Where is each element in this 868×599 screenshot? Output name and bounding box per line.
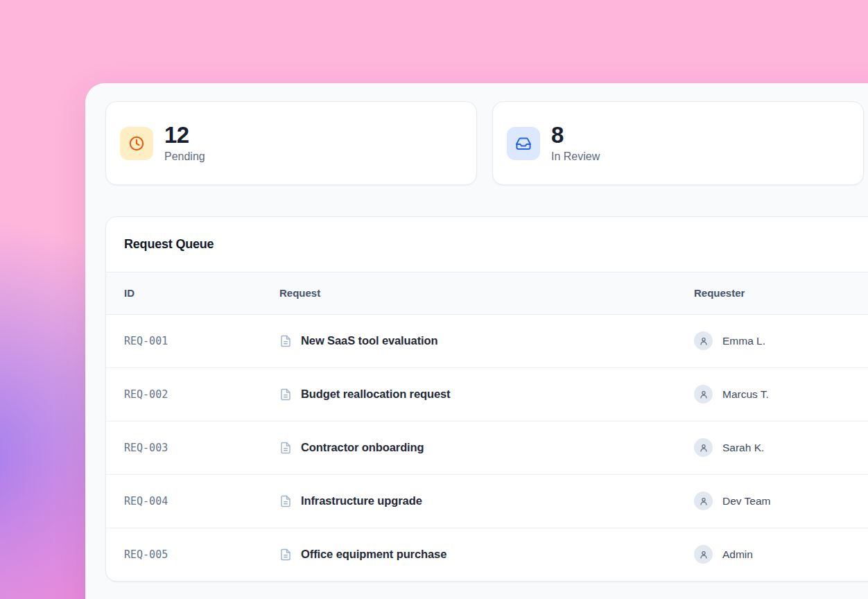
panel-content: 12 Pending 8 In Review Request Queue bbox=[85, 83, 868, 599]
stat-value-in-review: 8 bbox=[551, 123, 600, 148]
stat-value-pending: 12 bbox=[164, 123, 205, 148]
table-row[interactable]: REQ-004 Infrastructure upgrade Dev Team bbox=[106, 474, 868, 528]
stat-label-pending: Pending bbox=[164, 150, 205, 163]
table-header-row: ID Request Requester bbox=[106, 272, 868, 314]
stat-label-in-review: In Review bbox=[551, 150, 600, 163]
avatar bbox=[694, 545, 713, 564]
requester-name: Admin bbox=[722, 548, 753, 561]
stat-text: 12 Pending bbox=[164, 123, 205, 164]
stat-card-in-review: 8 In Review bbox=[492, 101, 864, 185]
request-title: Budget reallocation request bbox=[301, 388, 451, 401]
column-header-id: ID bbox=[106, 272, 279, 314]
requester-cell: Marcus T. bbox=[694, 385, 868, 403]
document-icon bbox=[279, 495, 292, 507]
request-id: REQ-001 bbox=[106, 314, 279, 367]
requester-cell: Sarah K. bbox=[694, 438, 868, 457]
requester-name: Emma L. bbox=[722, 335, 765, 347]
request-title-cell: New SaaS tool evaluation bbox=[279, 334, 694, 347]
request-title: Office equipment purchase bbox=[301, 548, 446, 561]
request-queue-title: Request Queue bbox=[106, 217, 868, 272]
request-title-cell: Office equipment purchase bbox=[279, 548, 694, 561]
requester-cell: Emma L. bbox=[694, 331, 868, 350]
avatar bbox=[694, 492, 713, 510]
avatar bbox=[694, 331, 713, 350]
requester-name: Sarah K. bbox=[722, 442, 764, 454]
table-row[interactable]: REQ-005 Office equipment purchase Admin bbox=[106, 528, 868, 581]
request-queue-card: Request Queue ID Request Requester REQ-0… bbox=[105, 216, 868, 582]
requester-name: Dev Team bbox=[722, 495, 771, 507]
document-icon bbox=[279, 548, 292, 561]
requester-name: Marcus T. bbox=[722, 388, 769, 401]
request-title: New SaaS tool evaluation bbox=[301, 334, 438, 347]
request-title-cell: Infrastructure upgrade bbox=[279, 494, 694, 507]
request-id: REQ-004 bbox=[106, 474, 279, 528]
avatar bbox=[694, 385, 713, 403]
document-icon bbox=[279, 442, 292, 454]
requester-cell: Dev Team bbox=[694, 492, 868, 510]
stats-row: 12 Pending 8 In Review bbox=[105, 101, 868, 185]
requester-cell: Admin bbox=[694, 545, 868, 564]
table-row[interactable]: REQ-003 Contractor onboarding Sarah K. bbox=[106, 421, 868, 474]
request-title: Contractor onboarding bbox=[301, 441, 424, 454]
request-id: REQ-002 bbox=[106, 367, 279, 421]
dashboard-panel: 12 Pending 8 In Review Request Queue bbox=[85, 83, 868, 599]
request-queue-table: ID Request Requester REQ-001 New SaaS to… bbox=[106, 272, 868, 581]
document-icon bbox=[279, 388, 292, 401]
request-title-cell: Budget reallocation request bbox=[279, 388, 694, 401]
stat-card-pending: 12 Pending bbox=[105, 101, 477, 185]
table-row[interactable]: REQ-002 Budget reallocation request Marc… bbox=[106, 367, 868, 421]
request-title: Infrastructure upgrade bbox=[301, 494, 422, 507]
request-id: REQ-005 bbox=[106, 528, 279, 581]
table-row[interactable]: REQ-001 New SaaS tool evaluation Emma L. bbox=[106, 314, 868, 367]
request-title-cell: Contractor onboarding bbox=[279, 441, 694, 454]
column-header-request: Request bbox=[279, 272, 694, 314]
column-header-requester: Requester bbox=[694, 272, 868, 314]
stat-text: 8 In Review bbox=[551, 123, 600, 164]
clock-icon bbox=[120, 127, 153, 160]
request-id: REQ-003 bbox=[106, 421, 279, 474]
avatar bbox=[694, 438, 713, 457]
inbox-icon bbox=[507, 127, 540, 160]
document-icon bbox=[279, 335, 292, 347]
